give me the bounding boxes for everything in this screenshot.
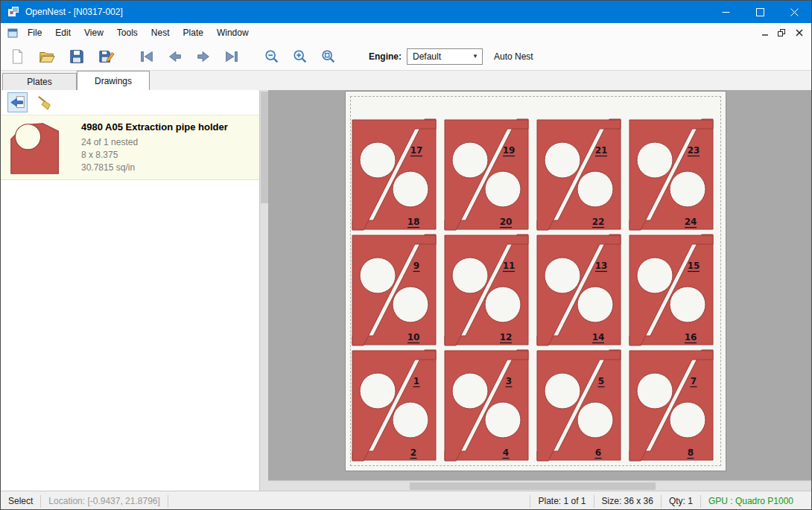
replace-part-button[interactable] [7, 92, 28, 112]
menu-window[interactable]: Window [210, 23, 256, 42]
drawing-area: 30.7815 sq/in [81, 162, 228, 174]
part-number: 4 [503, 447, 509, 458]
menu-edit[interactable]: Edit [48, 23, 77, 42]
go-previous-icon [167, 48, 183, 65]
vertical-scrollbar[interactable] [259, 90, 268, 491]
horizontal-scrollbar[interactable] [268, 480, 812, 491]
close-button[interactable] [777, 1, 811, 23]
menu-tools[interactable]: Tools [110, 23, 145, 42]
go-first-button[interactable] [136, 46, 157, 67]
nest-pair-cell[interactable]: 34 [440, 348, 533, 463]
part-number: 19 [503, 145, 516, 156]
nest-pair-cell[interactable]: 1920 [440, 117, 533, 232]
tab-drawings[interactable]: Drawings [77, 71, 150, 90]
part-number: 21 [595, 145, 608, 156]
go-next-icon [195, 48, 212, 65]
mdi-minimize-button[interactable] [756, 25, 773, 40]
mdi-close-icon [796, 29, 803, 36]
nest-pair-cell[interactable]: 78 [625, 348, 717, 463]
app-icon [7, 6, 19, 18]
part-pipe-hole [670, 402, 705, 438]
save-button[interactable] [66, 46, 87, 67]
drawing-nested-count: 24 of 1 nested [81, 136, 228, 149]
part-pipe-hole [452, 258, 488, 293]
status-divider [168, 495, 168, 508]
status-size: Size: 36 x 36 [594, 496, 661, 506]
maximize-button[interactable] [743, 1, 777, 23]
close-icon [790, 8, 799, 16]
titlebar[interactable]: OpenNest - [N0317-002] [1, 1, 811, 23]
mdi-window-controls [756, 25, 808, 40]
part-pipe-hole [545, 142, 580, 178]
part-pipe-hole [360, 258, 396, 293]
panel-tab-strip: Plates Drawings [1, 71, 811, 90]
zoom-out-icon [264, 48, 280, 65]
part-number: 18 [407, 217, 420, 227]
part-number: 6 [595, 447, 601, 458]
nest-pair-cell[interactable]: 2324 [625, 117, 717, 232]
part-number: 20 [500, 217, 513, 227]
open-button[interactable] [37, 46, 57, 67]
mdi-document-icon[interactable] [7, 28, 18, 38]
zoom-in-button[interactable] [290, 46, 311, 67]
part-pipe-hole [545, 258, 580, 293]
part-number: 14 [592, 332, 605, 342]
nest-pair-cell[interactable]: 1516 [625, 232, 717, 348]
vertical-scrollbar-thumb[interactable] [261, 92, 268, 203]
part-pipe-hole [452, 142, 488, 178]
nest-pair-cell[interactable]: 1314 [533, 232, 625, 348]
go-next-button[interactable] [193, 46, 214, 67]
menu-file[interactable]: File [21, 23, 48, 42]
part-number: 22 [592, 217, 605, 227]
nest-pair-cell[interactable]: 56 [533, 348, 625, 463]
menu-plate[interactable]: Plate [177, 23, 210, 42]
status-mode: Select [1, 496, 40, 506]
minimize-button[interactable] [708, 1, 743, 23]
nest-pair-cell[interactable]: 12 [348, 348, 440, 463]
nest-canvas[interactable]: 171819202122232491011121314151612345678 [268, 90, 812, 491]
new-button[interactable] [7, 46, 28, 67]
save-icon [69, 48, 85, 65]
new-file-icon [9, 48, 25, 65]
drawings-panel: 4980 A05 Extraction pipe holder 24 of 1 … [1, 90, 259, 491]
drawing-title: 4980 A05 Extraction pipe holder [81, 121, 228, 133]
part-thumbnail [7, 120, 65, 176]
zoom-fit-button[interactable] [318, 46, 339, 67]
auto-nest-button[interactable]: Auto Nest [494, 51, 533, 62]
window-title: OpenNest - [N0317-002] [25, 7, 123, 17]
menu-nest[interactable]: Nest [145, 23, 177, 42]
nest-pair-cell[interactable]: 2122 [533, 117, 625, 232]
part-number: 8 [688, 447, 694, 458]
plate[interactable]: 171819202122232491011121314151612345678 [345, 91, 726, 471]
clear-button[interactable] [34, 92, 54, 112]
nest-pair-cell[interactable]: 1112 [440, 232, 533, 348]
tab-plates[interactable]: Plates [2, 73, 77, 90]
status-qty: Qty: 1 [662, 496, 700, 506]
zoom-fit-icon [320, 48, 337, 65]
part-pipe-hole [393, 287, 428, 322]
resize-grip[interactable] [801, 491, 811, 510]
mdi-close-button[interactable] [790, 25, 808, 40]
zoom-out-button[interactable] [261, 46, 282, 67]
part-number: 12 [500, 332, 513, 342]
save-edit-icon [98, 48, 115, 65]
part-pipe-hole [670, 287, 705, 322]
nest-pair-cell[interactable]: 1718 [348, 117, 440, 232]
save-edit-button[interactable] [96, 46, 117, 67]
go-previous-button[interactable] [165, 46, 185, 67]
menu-view[interactable]: View [77, 23, 110, 42]
drawing-list-item[interactable]: 4980 A05 Extraction pipe holder 24 of 1 … [1, 115, 259, 180]
menubar: File Edit View Tools Nest Plate Window [1, 23, 811, 42]
nest-pair-cell[interactable]: 910 [348, 232, 440, 348]
part-number: 5 [598, 376, 604, 386]
mdi-restore-button[interactable] [773, 25, 790, 40]
status-gpu: GPU : Quadro P1000 [701, 496, 801, 506]
go-first-icon [139, 48, 155, 65]
go-last-button[interactable] [221, 46, 242, 67]
nest-grid: 171819202122232491011121314151612345678 [348, 117, 717, 463]
maximize-icon [756, 8, 764, 16]
horizontal-scrollbar-thumb[interactable] [410, 482, 656, 490]
part-number: 17 [410, 145, 423, 156]
engine-select[interactable]: Default ▼ [407, 48, 483, 65]
minimize-icon [722, 8, 730, 16]
